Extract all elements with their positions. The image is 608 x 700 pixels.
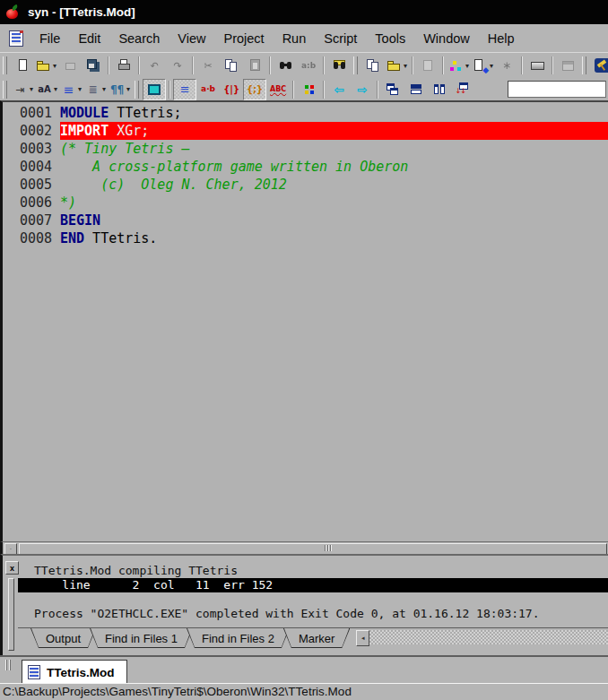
dropdown-arrow-icon[interactable]: ▾ <box>404 62 407 70</box>
output-close-button[interactable]: x <box>5 561 19 575</box>
output-panel-grip[interactable] <box>8 578 14 651</box>
dialog-editor-button[interactable] <box>556 55 579 76</box>
title-bar[interactable]: syn - [TTetris.Mod] <box>0 0 608 24</box>
toolbar-grip[interactable] <box>3 81 7 99</box>
toolbar-grip[interactable] <box>353 56 358 74</box>
editor-horizontal-scrollbar[interactable]: · <box>0 541 608 555</box>
code-text[interactable]: IMPORT XGr; <box>60 122 608 140</box>
redo-button[interactable]: ↷ <box>166 55 189 76</box>
indent-button[interactable]: ⇥▾ <box>11 79 35 100</box>
cascade-windows-button[interactable] <box>381 79 404 100</box>
brace-match-button[interactable]: {|} <box>220 79 243 100</box>
code-line[interactable]: 0006*) <box>3 194 608 212</box>
toolbar-grip[interactable] <box>582 56 586 74</box>
code-text[interactable]: A cross-platform game written in Oberon <box>60 158 608 176</box>
external-tool-button[interactable]: ∗ <box>495 55 518 76</box>
syntax-highlight-button[interactable]: {;} <box>243 79 266 100</box>
keyboard-macro-button[interactable] <box>525 55 549 76</box>
menu-window[interactable]: Window <box>414 31 479 46</box>
code-line[interactable]: 0001MODULE TTetris; <box>3 104 608 122</box>
line-numbers-button[interactable]: ≡ <box>173 79 196 100</box>
code-line[interactable]: 0004 A cross-platform game written in Ob… <box>3 158 608 176</box>
toolbar-search-combo[interactable] <box>508 81 606 98</box>
dropdown-arrow-icon[interactable]: ▾ <box>102 85 106 93</box>
code-text[interactable]: MODULE TTetris; <box>60 104 608 122</box>
project-modules-button[interactable]: ▾ <box>447 55 471 76</box>
code-text[interactable]: (* Tiny Tetris – <box>60 140 608 158</box>
save-all-button[interactable] <box>82 55 105 76</box>
output-tab-find-in-files-1[interactable]: Find in Files 1 <box>90 628 193 648</box>
dropdown-arrow-icon[interactable]: ▾ <box>54 85 57 93</box>
menu-run[interactable]: Run <box>274 31 316 46</box>
dropdown-arrow-icon[interactable]: ▾ <box>78 85 82 93</box>
close-file-button[interactable] <box>58 55 82 76</box>
code-text[interactable]: *) <box>60 194 608 212</box>
menu-script[interactable]: Script <box>315 31 366 46</box>
output-tab-marker[interactable]: Marker <box>283 628 350 648</box>
cut-button[interactable]: ✂ <box>196 55 220 76</box>
spell-check-button[interactable]: ABC <box>266 79 290 100</box>
toolbar-grip[interactable] <box>135 81 139 99</box>
tile-horizontal-button[interactable] <box>404 79 428 100</box>
output-tabs-scrollbar-track[interactable] <box>369 630 608 644</box>
new-file-button[interactable] <box>11 55 34 76</box>
menu-tools[interactable]: Tools <box>366 31 414 46</box>
find-button[interactable] <box>274 55 297 76</box>
dropdown-arrow-icon[interactable]: ▾ <box>53 62 56 70</box>
open-file-button[interactable]: ▾ <box>34 55 58 76</box>
arrange-windows-button[interactable] <box>451 79 474 100</box>
scrollbar-thumb[interactable] <box>19 543 607 555</box>
output-tab-output[interactable]: Output <box>30 628 96 648</box>
code-editor[interactable]: 0001MODULE TTetris;0002IMPORT XGr;0003(*… <box>0 100 608 545</box>
run-script-button[interactable]: ▾ <box>471 55 495 76</box>
text-format-button[interactable]: ≣▾ <box>83 79 108 100</box>
menu-edit[interactable]: Edit <box>69 31 109 46</box>
document-tab-bar-grip[interactable] <box>5 660 13 670</box>
undo-button[interactable]: ↶ <box>143 55 166 76</box>
screen-mode-button[interactable] <box>143 79 166 100</box>
scrollbar-collapse-button[interactable]: · <box>4 543 17 555</box>
code-text[interactable]: END TTetris. <box>60 229 608 247</box>
copy-button[interactable] <box>220 55 243 76</box>
template-properties-button[interactable] <box>416 55 439 76</box>
word-pairs-button[interactable]: a·b <box>196 79 220 100</box>
output-tab-find-in-files-2[interactable]: Find in Files 2 <box>187 628 290 648</box>
output-message[interactable]: Process "O2ETHCLC.EXE" completed with Ex… <box>18 607 608 621</box>
code-line[interactable]: 0007BEGIN <box>3 212 608 229</box>
dropdown-arrow-icon[interactable]: ▾ <box>126 85 130 93</box>
menu-search[interactable]: Search <box>109 31 169 46</box>
new-from-template-button[interactable] <box>361 55 385 76</box>
toolbar-grip[interactable] <box>3 56 7 74</box>
code-line[interactable]: 0008END TTetris. <box>3 229 608 247</box>
dropdown-arrow-icon[interactable]: ▾ <box>30 85 33 93</box>
line-format-button[interactable]: ≡▾ <box>59 79 83 100</box>
output-message[interactable]: TTetris.Mod compiling TTetris <box>18 564 608 578</box>
output-tabs-scroll-button[interactable]: ◂ <box>356 630 369 646</box>
tile-vertical-button[interactable] <box>428 79 451 100</box>
paragraph-marks-button[interactable]: ¶¶▾ <box>108 79 132 100</box>
nav-back-button[interactable]: ⇦ <box>327 79 351 100</box>
replace-button[interactable]: a:b <box>297 55 320 76</box>
menu-project[interactable]: Project <box>215 31 274 46</box>
document-system-menu-icon[interactable] <box>9 30 23 47</box>
menu-help[interactable]: Help <box>479 31 524 46</box>
code-line[interactable]: 0005 (c) Oleg N. Cher, 2012 <box>3 176 608 194</box>
document-tab-ttetris-mod[interactable]: TTetris.Mod <box>22 660 127 684</box>
code-line[interactable]: 0002IMPORT XGr; <box>3 122 608 140</box>
print-button[interactable] <box>112 55 135 76</box>
dropdown-arrow-icon[interactable]: ▾ <box>490 62 493 70</box>
color-scheme-button[interactable] <box>297 79 320 100</box>
nav-forward-button[interactable]: ⇨ <box>351 79 374 100</box>
dropdown-arrow-icon[interactable]: ▾ <box>465 62 469 70</box>
code-text[interactable]: BEGIN <box>60 212 608 229</box>
find-in-files-button[interactable] <box>327 55 351 76</box>
code-line[interactable]: 0003(* Tiny Tetris – <box>3 140 608 158</box>
menu-view[interactable]: View <box>169 31 214 46</box>
output-error-row[interactable]: line 2 col 11 err 152 <box>18 578 608 592</box>
menu-file[interactable]: File <box>30 31 69 46</box>
code-text[interactable]: (c) Oleg N. Cher, 2012 <box>60 176 608 194</box>
change-case-button[interactable]: aA▾ <box>35 79 59 100</box>
build-button[interactable] <box>590 55 608 76</box>
open-template-button[interactable]: ▾ <box>385 55 409 76</box>
paste-button[interactable] <box>243 55 266 76</box>
